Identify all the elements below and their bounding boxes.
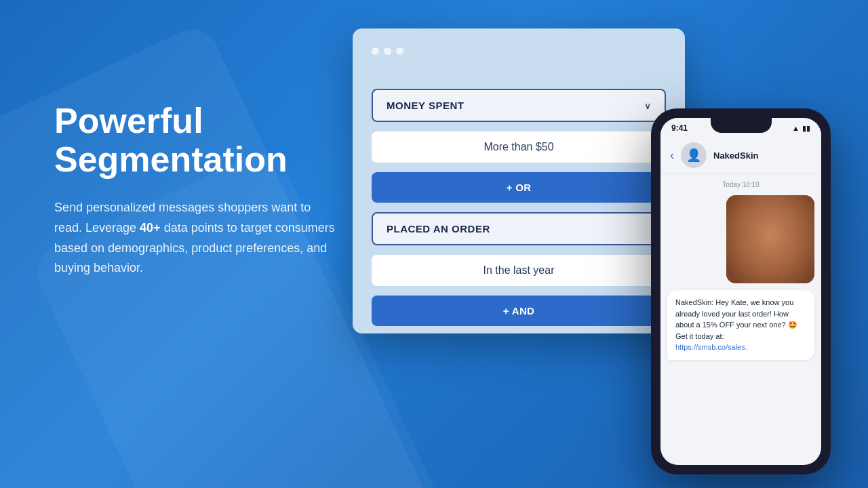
order-value-row: In the last year <box>372 255 666 286</box>
avatar: 👤 <box>681 142 707 168</box>
chat-body: Today 10:10 NakedSkin: Hey Kate, we know… <box>660 174 821 465</box>
money-spent-row: MONEY SPENT ∨ <box>372 89 666 122</box>
money-value-row: More than $50 <box>372 131 666 163</box>
phone-notch <box>711 118 772 133</box>
placed-order-label: PLACED AN ORDER <box>387 223 490 235</box>
placed-order-dropdown[interactable]: PLACED AN ORDER <box>372 212 666 245</box>
dot-2 <box>384 47 391 55</box>
panel-dots <box>372 47 666 55</box>
chevron-down-icon: ∨ <box>644 100 651 111</box>
wifi-icon: ▲ <box>792 124 800 132</box>
chat-header: ‹ 👤 NakedSkin <box>660 136 821 174</box>
order-value[interactable]: In the last year <box>372 255 666 286</box>
money-value[interactable]: More than $50 <box>372 131 666 163</box>
back-button[interactable]: ‹ <box>670 148 674 163</box>
chat-date: Today 10:10 <box>667 181 814 188</box>
chat-message-link[interactable]: https://smsb.co/sales. <box>675 343 747 351</box>
product-image <box>726 195 814 283</box>
phone-frame: 9:41 ▲ ▮▮ ‹ 👤 NakedSkin Today 10:10 <box>651 108 831 474</box>
chat-message-text: NakedSkin: Hey Kate, we know you already… <box>675 298 797 340</box>
battery-icon: ▮▮ <box>802 124 810 133</box>
and-button[interactable]: + AND <box>372 296 666 326</box>
money-spent-dropdown[interactable]: MONEY SPENT ∨ <box>372 89 666 122</box>
segmentation-panel: MONEY SPENT ∨ More than $50 + OR PLACED … <box>353 28 685 333</box>
or-button-row: + OR <box>372 172 666 203</box>
dot-1 <box>372 47 379 55</box>
status-icons: ▲ ▮▮ <box>792 124 810 133</box>
money-spent-label: MONEY SPENT <box>387 100 464 111</box>
body-highlight: 40+ <box>140 221 161 235</box>
status-time: 9:41 <box>671 123 688 133</box>
and-button-row: + AND <box>372 296 666 326</box>
placed-order-row: PLACED AN ORDER <box>372 212 666 245</box>
user-icon: 👤 <box>686 148 701 163</box>
product-image-bubble <box>726 195 814 283</box>
chat-message-bubble: NakedSkin: Hey Kate, we know you already… <box>667 290 814 360</box>
page-headline: Powerful Segmentation <box>54 102 339 179</box>
phone-screen: 9:41 ▲ ▮▮ ‹ 👤 NakedSkin Today 10:10 <box>660 118 821 465</box>
dot-3 <box>396 47 403 55</box>
body-text: Send personalized messages shoppers want… <box>54 198 339 279</box>
phone-mockup: 9:41 ▲ ▮▮ ‹ 👤 NakedSkin Today 10:10 <box>651 108 831 474</box>
contact-name: NakedSkin <box>713 150 758 161</box>
or-button[interactable]: + OR <box>372 172 666 203</box>
left-section: Powerful Segmentation Send personalized … <box>54 102 339 279</box>
